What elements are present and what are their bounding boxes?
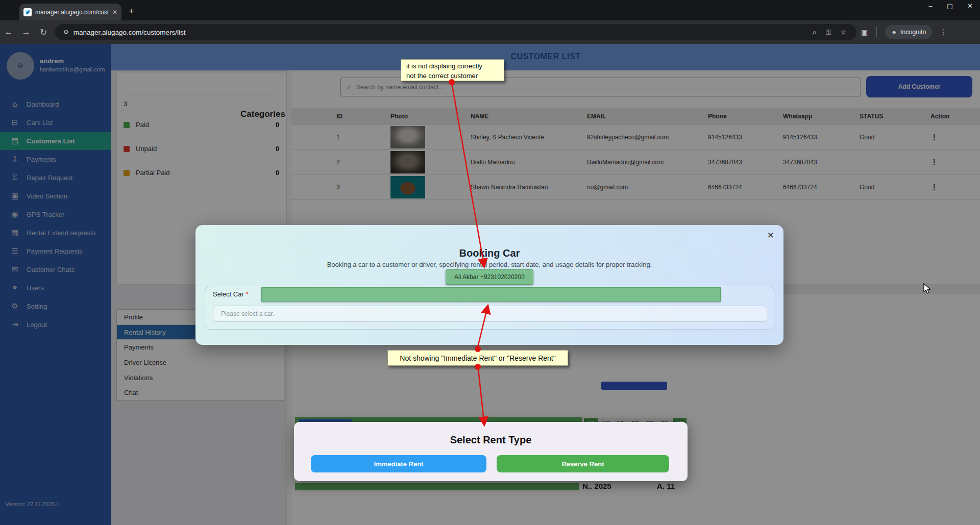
booking-modal-subtitle: Booking a car to a customer or driver, s… bbox=[195, 261, 783, 268]
car-select-placeholder: Please select a car. bbox=[221, 310, 274, 317]
site-info-icon[interactable]: ⚙ bbox=[63, 29, 68, 36]
select-rent-type-modal: Select Rent Type Immediate Rent Reserve … bbox=[294, 422, 688, 481]
browser-toolbar: ← → ↻ ⚙ manager.alugago.com/customers/li… bbox=[0, 20, 980, 44]
reserve-rent-button[interactable]: Reserve Rent bbox=[497, 455, 669, 472]
window-maximize-button[interactable]: ▢ bbox=[947, 2, 953, 10]
window-minimize-button[interactable]: – bbox=[929, 2, 933, 10]
customer-chip[interactable]: Ali Akbar +923102020200 bbox=[446, 269, 533, 285]
booking-car-modal: ✕ Booking Car Booking a car to a custome… bbox=[195, 225, 783, 345]
forward-button[interactable]: → bbox=[17, 27, 35, 37]
bookmark-star-icon[interactable]: ☆ bbox=[840, 28, 847, 36]
tab-title: manager.alugago.com/custome bbox=[35, 9, 109, 16]
back-button[interactable]: ← bbox=[0, 27, 17, 37]
annotation-line: not the correct customer bbox=[406, 71, 499, 81]
reload-button[interactable]: ↻ bbox=[35, 27, 52, 38]
close-icon[interactable]: ✕ bbox=[767, 230, 774, 241]
rent-type-title: Select Rent Type bbox=[294, 434, 688, 446]
incognito-glasses-icon: ⚭ bbox=[891, 29, 896, 36]
car-select-input[interactable]: Please select a car. bbox=[213, 306, 767, 322]
booking-modal-title: Booking Car bbox=[195, 247, 783, 259]
incognito-badge: ⚭ Incognito bbox=[885, 25, 932, 39]
incognito-label: Incognito bbox=[900, 29, 926, 36]
browser-tab[interactable]: manager.alugago.com/custome ✕ bbox=[19, 4, 121, 20]
tab-close-icon[interactable]: ✕ bbox=[112, 9, 117, 16]
required-asterisk: * bbox=[246, 290, 249, 298]
flutter-favicon-icon bbox=[23, 8, 32, 16]
select-car-label: Select Car* bbox=[213, 290, 249, 298]
url-bar[interactable]: ⚙ manager.alugago.com/customers/list ⌕ ⚿… bbox=[55, 24, 856, 40]
select-car-dropdown[interactable] bbox=[261, 287, 721, 302]
zoom-icon[interactable]: ⌕ bbox=[813, 28, 817, 37]
password-key-icon[interactable]: ⚿ bbox=[826, 28, 831, 37]
annotation-note-top: it is not displaing correctly not the co… bbox=[401, 59, 504, 81]
side-panel-icon[interactable]: ▣ bbox=[861, 28, 868, 36]
annotation-line: it is not displaing correctly bbox=[406, 62, 499, 71]
immediate-rent-button[interactable]: Immediate Rent bbox=[311, 455, 486, 472]
window-close-button[interactable]: ✕ bbox=[967, 2, 973, 10]
browser-tabstrip: manager.alugago.com/custome ✕ + – ▢ ✕ bbox=[0, 0, 980, 20]
browser-menu-button[interactable]: ⋮ bbox=[939, 28, 947, 37]
toolbar-divider bbox=[876, 27, 877, 37]
url-text[interactable]: manager.alugago.com/customers/list bbox=[74, 29, 808, 36]
new-tab-button[interactable]: + bbox=[129, 6, 134, 17]
annotation-note-middle: Not showing "Immediate Rent" or "Reserve… bbox=[387, 350, 568, 366]
